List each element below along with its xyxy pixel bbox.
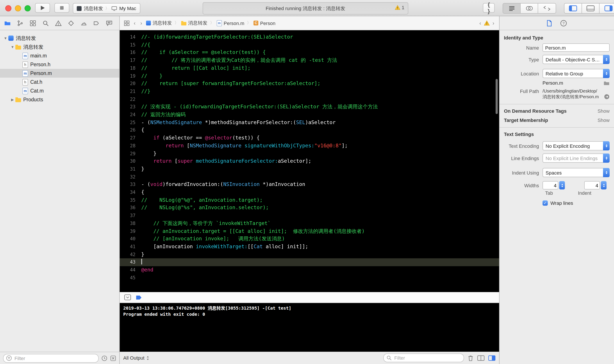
code-line[interactable]: 14//- (id)forwardingTargetForSelector:(S… — [120, 33, 499, 41]
location-popup[interactable]: Relative to Group — [543, 69, 610, 78]
code-line[interactable]: 37 — [120, 212, 499, 220]
recent-files-filter-button[interactable] — [101, 355, 107, 361]
file-tree-row[interactable]: hPerson.h — [0, 60, 119, 69]
file-tree-row[interactable]: mCat.m — [0, 86, 119, 95]
code-line[interactable]: 29 } — [120, 150, 499, 157]
file-tree-row[interactable]: hCat.h — [0, 78, 119, 86]
activity-viewer[interactable]: Finished running 消息转发 : 消息转发 1 — [203, 2, 408, 14]
scheme-selector[interactable]: 消息转发 〉 My Mac — [73, 3, 140, 13]
show-variables-view-button[interactable] — [477, 355, 485, 361]
stop-button[interactable] — [54, 3, 69, 13]
code-line[interactable]: 31} — [120, 165, 499, 173]
code-line[interactable]: 45 — [120, 274, 499, 282]
show-console-view-button[interactable] — [488, 355, 496, 361]
code-line[interactable]: 18// return [[Cat alloc] init]; — [120, 65, 499, 72]
code-editor[interactable]: 14//- (id)forwardingTargetForSelector:(S… — [120, 30, 499, 292]
line-endings-popup[interactable]: No Explicit Line Endings — [543, 154, 610, 163]
previous-issue-button[interactable]: ‹ — [479, 20, 482, 26]
project-navigator-tab[interactable] — [1, 17, 13, 29]
code-line[interactable]: 33- (void)forwardInvocation:(NSInvocatio… — [120, 181, 499, 189]
file-tree-row[interactable]: mmain.m — [0, 51, 119, 60]
code-line[interactable]: 24// 返回方法的编码 — [120, 111, 499, 119]
file-tree-row[interactable]: ▶Products — [0, 95, 119, 104]
code-line[interactable]: 23// 没有实现 - (id)forwardingTargetForSelec… — [120, 103, 499, 111]
jump-bar-warning-icon[interactable] — [484, 20, 490, 26]
clear-console-button[interactable] — [468, 355, 474, 361]
breadcrumb-item[interactable]: mPerson.m — [217, 20, 244, 26]
related-items-icon[interactable] — [124, 20, 130, 26]
indent-using-popup[interactable]: Spaces — [543, 168, 610, 177]
open-path-arrow-icon[interactable] — [604, 94, 610, 100]
code-line[interactable]: 20// return [super forwardingTargetForSe… — [120, 80, 499, 88]
file-tree-row[interactable]: ▼消息转发 — [0, 34, 119, 42]
run-button[interactable] — [35, 3, 50, 13]
console-output[interactable]: 2019-03-13 13:38:06.747629+0800 消息转发[305… — [120, 303, 499, 352]
scm-status-filter-button[interactable] — [110, 355, 116, 361]
tab-width-stepper[interactable] — [559, 181, 565, 189]
odr-show-button[interactable]: Show — [598, 108, 610, 114]
symbol-navigator-tab[interactable] — [26, 17, 39, 29]
breadcrumb-item[interactable]: CPerson — [253, 20, 275, 26]
debug-navigator-tab[interactable] — [77, 17, 90, 29]
quick-help-tab[interactable]: ? — [560, 20, 567, 26]
navigator-filter-input[interactable] — [13, 355, 96, 361]
assistant-editor-button[interactable] — [521, 3, 538, 13]
type-popup[interactable]: Default - Objective-C Sou... — [543, 55, 610, 64]
text-encoding-popup[interactable]: No Explicit Encoding — [543, 141, 610, 150]
name-field[interactable] — [543, 43, 610, 52]
zoom-window-button[interactable] — [25, 5, 31, 11]
code-line[interactable]: 25- (NSMethodSignature *)methodSignature… — [120, 119, 499, 126]
activate-breakpoints-button[interactable] — [135, 295, 142, 300]
next-issue-button[interactable]: › — [492, 20, 495, 26]
wrap-lines-control[interactable]: ✓ Wrap lines — [543, 200, 610, 206]
code-line[interactable]: 44@end — [120, 266, 499, 274]
report-navigator-tab[interactable] — [103, 17, 115, 29]
code-line[interactable]: 39 // anInvocation.target = [[Cat alloc]… — [120, 227, 499, 235]
code-line[interactable]: 40 // [anInvocation invoke]; 调用方法(发送消息) — [120, 235, 499, 243]
code-line[interactable]: 16// if (aSelector == @selector(test)) { — [120, 49, 499, 57]
code-line[interactable]: 28 return [NSMethodSignature signatureWi… — [120, 142, 499, 150]
editor-scrollbar[interactable] — [496, 79, 498, 114]
breadcrumb-item[interactable]: 消息转发 — [146, 20, 172, 26]
issue-navigator-tab[interactable] — [52, 17, 65, 29]
code-line[interactable]: 27 if (aSelector == @selector(test)) { — [120, 134, 499, 142]
disclosure-triangle-icon[interactable]: ▼ — [10, 45, 15, 49]
navigator-filter-field[interactable] — [3, 354, 99, 363]
close-window-button[interactable] — [5, 5, 11, 11]
code-line[interactable]: 34{ — [120, 189, 499, 196]
hide-debug-area-button[interactable] — [124, 294, 131, 300]
code-line[interactable]: 26{ — [120, 127, 499, 134]
code-line[interactable]: 22 — [120, 95, 499, 103]
go-forward-button[interactable]: › — [140, 20, 143, 26]
code-line[interactable]: 41 [anInvocation invokeWithTarget:[[Cat … — [120, 243, 499, 251]
reveal-folder-icon[interactable] — [603, 80, 610, 85]
output-scope-selector[interactable]: All Output — [123, 355, 150, 361]
code-line[interactable]: 38 // 下面这两句，等价于方 `invokeWithTarget` — [120, 220, 499, 227]
console-filter-input[interactable] — [393, 355, 461, 361]
code-line[interactable]: 21//} — [120, 88, 499, 95]
code-line[interactable]: 15//{ — [120, 41, 499, 49]
file-inspector-tab[interactable] — [547, 20, 552, 26]
file-tree-row[interactable]: ▼消息转发 — [0, 42, 119, 51]
wrap-lines-checkbox[interactable]: ✓ — [543, 200, 548, 206]
tab-width-field[interactable] — [543, 181, 558, 189]
version-editor-button[interactable] — [538, 3, 556, 13]
code-line[interactable]: 19// } — [120, 72, 499, 80]
go-back-button[interactable]: ‹ — [133, 20, 136, 26]
disclosure-triangle-icon[interactable]: ▶ — [10, 98, 15, 102]
code-line[interactable]: 32 — [120, 173, 499, 181]
console-filter-field[interactable] — [383, 353, 464, 362]
code-braces-button[interactable]: { } — [483, 3, 495, 13]
test-navigator-tab[interactable] — [65, 17, 77, 29]
code-line[interactable]: 42} — [120, 251, 499, 258]
warning-badge[interactable]: 1 — [395, 5, 404, 10]
indent-width-field[interactable] — [584, 181, 600, 189]
code-line[interactable]: 17// // 将方法的调用者设置为Cat的实例，就会去调用 cat 的 -te… — [120, 57, 499, 64]
code-line[interactable]: 36// NSLog(@"%s", anInvocation.selector)… — [120, 204, 499, 212]
target-show-button[interactable]: Show — [598, 117, 610, 123]
breadcrumb-item[interactable]: 消息转发 — [181, 20, 208, 26]
code-line[interactable]: 30 return [super methodSignatureForSelec… — [120, 158, 499, 165]
standard-editor-button[interactable] — [503, 3, 521, 13]
code-line[interactable]: 43 — [120, 259, 499, 266]
toggle-debug-area-button[interactable] — [582, 3, 600, 13]
